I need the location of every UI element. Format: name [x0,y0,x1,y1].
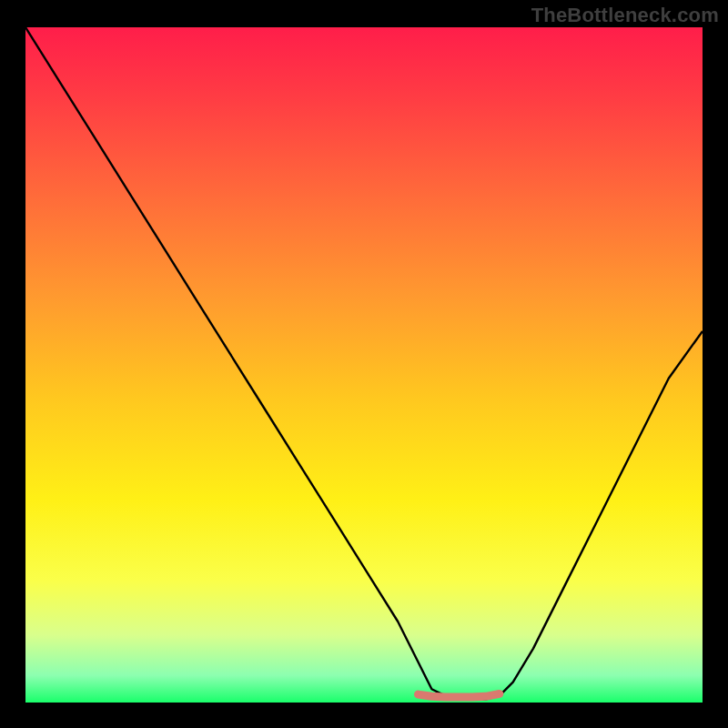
chart-svg [25,27,703,703]
plot-frame [25,27,703,703]
watermark-text: TheBottleneck.com [531,4,719,27]
v-curve-line [25,27,703,699]
plot-area [25,27,703,703]
flat-zone-marker [419,693,500,697]
stage: TheBottleneck.com [0,0,728,728]
